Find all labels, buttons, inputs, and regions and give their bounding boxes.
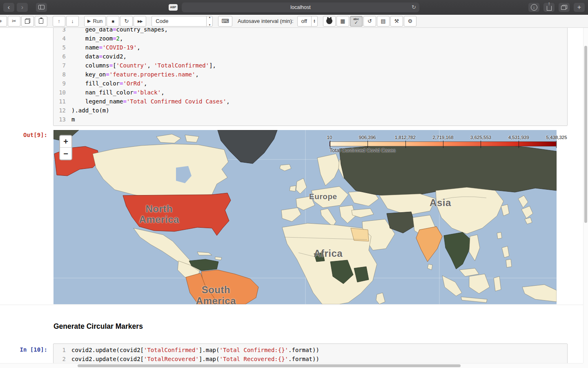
- code-line: 7 columns=['Country', 'TotalConfirmed'],: [53, 61, 567, 70]
- legend-tick-line: [481, 141, 481, 148]
- add-icon: +: [0, 18, 2, 24]
- run-button[interactable]: ▶ Run: [84, 16, 106, 27]
- address-bar[interactable]: localhost ↻: [182, 2, 419, 12]
- legend-tick-label: 3,625,553: [470, 135, 491, 140]
- out-prompt: Out[9]:: [0, 132, 47, 138]
- downloads-button[interactable]: [528, 3, 539, 12]
- autosave-label: Autosave interval (min):: [238, 18, 294, 24]
- restart-kernel-button[interactable]: ↻: [120, 16, 133, 27]
- legend-tick-label: 906,396: [359, 135, 376, 140]
- cell-type-value: Code: [156, 18, 202, 24]
- philippines: [506, 259, 512, 267]
- code-line: 5 name='COVID-19',: [53, 43, 567, 52]
- share-icon: [547, 6, 552, 11]
- adblock-badge[interactable]: ABP: [169, 4, 178, 11]
- stop-button[interactable]: ■: [107, 16, 119, 27]
- copy-icon: [25, 18, 30, 24]
- cell-divider: [0, 305, 588, 305]
- zoom-control: + −: [59, 135, 72, 160]
- refresh-icon: ↺: [368, 18, 372, 24]
- copy-cell-button[interactable]: [21, 16, 34, 27]
- zoom-in-button[interactable]: +: [60, 136, 71, 148]
- code-line: 11 legend_name='Total Confirmed Covid Ca…: [53, 97, 567, 106]
- legend-tick-line: [405, 141, 406, 148]
- code-line: 2covid2.update(covid2['TotalRecovered'].…: [53, 355, 567, 363]
- cell-type-select[interactable]: Code ▲▼: [151, 16, 213, 27]
- autosave-value: off: [301, 18, 307, 24]
- legend-tick-label: 10: [327, 135, 332, 140]
- calculator-icon: ▦: [340, 18, 345, 24]
- move-cell-down-button[interactable]: ↓: [66, 16, 79, 27]
- vertical-scrollbar-thumb[interactable]: [584, 46, 587, 223]
- github-button[interactable]: [323, 16, 336, 27]
- nbextension-calculator-button[interactable]: ▦: [336, 16, 349, 27]
- legend-tick-line: [368, 141, 368, 148]
- run-icon: ▶: [87, 18, 91, 24]
- markdown-heading: Generate Circular Markers: [53, 322, 143, 331]
- spellcheck-toggle-button[interactable]: abc ✓: [350, 16, 363, 27]
- taiwan: [497, 232, 502, 239]
- map-continent-label: South America: [196, 285, 236, 307]
- zoom-out-button[interactable]: −: [60, 148, 71, 159]
- paste-icon: [39, 18, 43, 24]
- line-number: 13: [53, 115, 71, 124]
- ireland: [290, 186, 296, 191]
- legend-tick-label: 1,812,782: [395, 135, 416, 140]
- cut-cell-button[interactable]: ✂: [8, 16, 20, 27]
- back-button[interactable]: ‹: [3, 3, 14, 12]
- legend-tick-line: [330, 141, 330, 148]
- code-line: 9 fill_color='OrRd',: [53, 79, 567, 88]
- run-label: Run: [93, 18, 102, 24]
- wrench-icon: ⚒: [394, 18, 399, 24]
- autosave-select[interactable]: off ▲▼: [297, 16, 318, 27]
- config-wrench-button[interactable]: ⚒: [390, 16, 403, 27]
- restart-icon: ↻: [124, 18, 129, 24]
- restart-run-all-button[interactable]: ▶▶: [134, 16, 146, 27]
- line-number: 1: [53, 346, 71, 355]
- line-number: 3: [53, 28, 71, 34]
- forward-button[interactable]: ›: [17, 3, 28, 12]
- vertical-scrollbar[interactable]: [583, 28, 588, 363]
- code-line: 3 geo_data=country_shapes,: [53, 28, 567, 34]
- code-line: 10 nan_fill_color='black',: [53, 88, 567, 97]
- refresh-button[interactable]: ↺: [363, 16, 376, 27]
- folium-map-output[interactable]: North AmericaSouth AmericaEuropeAfricaAs…: [53, 130, 557, 304]
- github-icon: [326, 18, 332, 24]
- command-palette-button[interactable]: ⌨: [218, 16, 232, 27]
- code-cell-markers[interactable]: 1covid2.update(covid2['TotalConfirmed'].…: [53, 343, 568, 363]
- cut-icon: ✂: [12, 18, 16, 24]
- legend-tick-label: 5,438,325: [546, 135, 567, 140]
- line-number: 5: [53, 43, 71, 52]
- legend-tick-line: [443, 141, 443, 148]
- legend-tick-row: 10906,3961,812,7822,719,1683,625,5534,53…: [330, 135, 557, 141]
- line-number: 2: [53, 355, 71, 363]
- sidebar-button[interactable]: [36, 3, 47, 12]
- paste-cell-button[interactable]: [35, 16, 47, 27]
- tools-button[interactable]: ⚙: [404, 16, 416, 27]
- horizontal-scrollbar[interactable]: [0, 363, 583, 368]
- line-number: 8: [53, 70, 71, 79]
- move-cell-up-button[interactable]: ↑: [53, 16, 65, 27]
- world-map-svg[interactable]: [53, 130, 557, 304]
- legend-caption: Total Confirmed Covid Cases: [330, 148, 557, 153]
- code-line: 8 key_on='feature.properties.name',: [53, 70, 567, 79]
- map-continent-label: Africa: [314, 248, 343, 259]
- horizontal-scrollbar-thumb[interactable]: [78, 364, 461, 367]
- line-number: 11: [53, 97, 71, 106]
- in-prompt: In [10]:: [0, 346, 47, 353]
- share-button[interactable]: [543, 3, 555, 12]
- line-number: 4: [53, 34, 71, 43]
- gist-notebook-button[interactable]: ▤: [377, 16, 390, 27]
- select-stepper-icon: ▲▼: [206, 16, 212, 26]
- url-text: localhost: [290, 4, 310, 10]
- tabs-overview-button[interactable]: [559, 3, 570, 12]
- reload-icon[interactable]: ↻: [412, 4, 416, 10]
- code-cell-choropleth[interactable]: 3 geo_data=country_shapes,4 min_zoom=2,5…: [53, 28, 568, 126]
- line-number: 9: [53, 79, 71, 88]
- plus-icon: +: [577, 4, 581, 11]
- notebook-area: 3 geo_data=country_shapes,4 min_zoom=2,5…: [0, 28, 588, 363]
- code-line: 4 min_zoom=2,: [53, 34, 567, 43]
- add-cell-button[interactable]: +: [0, 16, 7, 27]
- legend-tick-label: 2,719,168: [432, 135, 453, 140]
- new-tab-button[interactable]: +: [574, 3, 585, 12]
